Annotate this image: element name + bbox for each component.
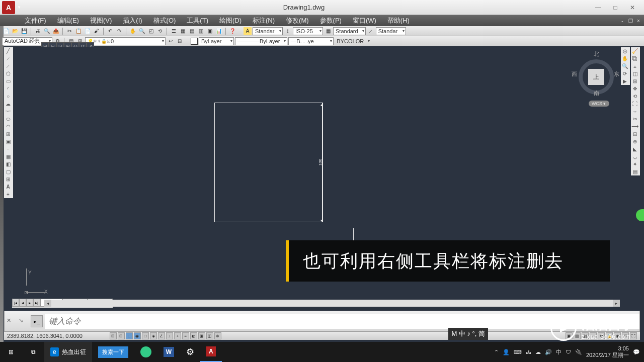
point-icon[interactable]: ·: [4, 145, 12, 153]
autocad-task-icon[interactable]: A: [200, 342, 222, 362]
join-icon[interactable]: ⊕: [631, 138, 639, 145]
ellipse-icon[interactable]: ⬭: [4, 115, 12, 123]
textstyle-dropdown[interactable]: Standar: [253, 27, 283, 35]
tray-power-icon[interactable]: 🔌: [575, 349, 582, 355]
undo-icon[interactable]: ↶: [106, 27, 114, 35]
menu-view[interactable]: 视图(V): [85, 15, 117, 27]
offset-icon[interactable]: ◫: [631, 70, 639, 77]
tpy-toggle[interactable]: ◐: [190, 332, 197, 339]
lineweight-dropdown[interactable]: — B. . .ye: [288, 37, 334, 45]
move-icon[interactable]: ✥: [631, 85, 639, 93]
close-button[interactable]: ✕: [625, 3, 640, 13]
otrack-toggle[interactable]: ∠: [158, 332, 165, 339]
calc-icon[interactable]: 📊: [215, 27, 223, 35]
copy-obj-icon[interactable]: ⿻: [631, 55, 639, 62]
dimstyle-icon[interactable]: ⟟: [284, 27, 292, 35]
osnap-toggle[interactable]: □: [142, 332, 149, 339]
drawing-rectangle[interactable]: [214, 103, 323, 222]
menu-parametric[interactable]: 参数(P): [314, 15, 347, 27]
scroll-left-icon[interactable]: ◂: [44, 300, 51, 307]
zoom-window-icon[interactable]: ◰: [147, 27, 155, 35]
mdi-minimize-icon[interactable]: -: [619, 17, 626, 24]
layer-dropdown[interactable]: 💡❄☀🔒⊡ 0: [85, 37, 166, 45]
layout-last-icon[interactable]: ▸|: [33, 299, 40, 307]
designcenter-icon[interactable]: ▦: [179, 27, 187, 35]
menu-insert[interactable]: 插入(I): [117, 15, 147, 27]
tray-onedrive-icon[interactable]: ☁: [535, 349, 541, 355]
tray-network-icon[interactable]: 🖧: [526, 349, 531, 355]
mlstyle-icon[interactable]: ⟋: [367, 27, 375, 35]
paste-icon[interactable]: 📄: [84, 27, 92, 35]
tray-ime-icon[interactable]: 中: [556, 348, 561, 356]
dyn-toggle[interactable]: +: [174, 332, 181, 339]
arc-icon[interactable]: ◜: [4, 85, 12, 93]
menu-tools[interactable]: 工具(T): [181, 15, 214, 27]
xline-icon[interactable]: ⟋: [4, 55, 12, 62]
3dosnap-toggle[interactable]: ◈: [150, 332, 157, 339]
sheet-icon[interactable]: ▥: [197, 27, 205, 35]
table-icon[interactable]: ⊞: [4, 175, 12, 183]
word-icon[interactable]: W: [157, 342, 180, 362]
textstyle-icon[interactable]: A: [244, 27, 252, 35]
gradient-icon[interactable]: ◧: [4, 160, 12, 168]
menu-help[interactable]: 帮助(H): [382, 15, 415, 27]
chrome-icon[interactable]: [134, 342, 157, 362]
scroll-right-icon[interactable]: ▸: [613, 300, 620, 307]
sc-toggle[interactable]: ◫: [206, 332, 213, 339]
menu-file[interactable]: 文件(F): [19, 15, 52, 27]
stretch-icon[interactable]: ↔: [631, 108, 639, 115]
menu-window[interactable]: 窗口(W): [347, 15, 382, 27]
trim-icon[interactable]: ✂: [631, 115, 639, 123]
save-icon[interactable]: 💾: [20, 27, 28, 35]
rectangle-icon[interactable]: ▭: [4, 77, 12, 85]
break-icon[interactable]: ⊟: [631, 130, 639, 138]
qp-toggle[interactable]: ▣: [198, 332, 205, 339]
open-icon[interactable]: 📂: [11, 27, 19, 35]
tray-people-icon[interactable]: 👤: [503, 349, 510, 355]
viewcube-wcs[interactable]: WCS ▾: [589, 101, 609, 107]
tray-time[interactable]: 3:05: [586, 345, 629, 351]
chamfer-icon[interactable]: ◣: [631, 145, 639, 153]
pline-icon[interactable]: ⟋: [4, 62, 12, 70]
mtext-icon[interactable]: A: [4, 183, 12, 191]
insert-icon[interactable]: ⊞: [4, 130, 12, 138]
tablestyle-dropdown[interactable]: Standard: [333, 27, 366, 35]
mdi-restore-icon[interactable]: ❐: [627, 17, 634, 24]
dimension-value[interactable]: 100: [318, 159, 323, 165]
properties-icon[interactable]: ☰: [170, 27, 178, 35]
layout-prev-icon[interactable]: ◂: [19, 299, 26, 307]
viewcube[interactable]: 上 北 南 东 西 WCS ▾: [574, 50, 619, 106]
print-icon[interactable]: 🖨: [34, 27, 42, 35]
nav-pan-icon[interactable]: ✋: [621, 55, 629, 62]
cmd-close-icon[interactable]: ✕: [7, 317, 15, 325]
draworder-icon[interactable]: ▤: [631, 168, 639, 175]
menu-dimension[interactable]: 标注(N): [247, 15, 280, 27]
viewcube-face[interactable]: 上: [588, 69, 604, 85]
polygon-icon[interactable]: ⬠: [4, 70, 12, 77]
nav-showmotion-icon[interactable]: ▶: [621, 77, 629, 85]
layer-match-icon[interactable]: ⊟: [176, 37, 184, 45]
horizontal-scrollbar[interactable]: ◂ ▸: [44, 300, 620, 307]
ellipsearc-icon[interactable]: ◠: [4, 123, 12, 130]
line-icon[interactable]: ╱: [4, 47, 12, 55]
lwt-toggle[interactable]: ≡: [182, 332, 189, 339]
search-button[interactable]: 搜索一下: [92, 342, 134, 362]
snap-toggle[interactable]: ⊞: [110, 332, 117, 339]
viewcube-west[interactable]: 西: [572, 70, 577, 78]
edge-browser[interactable]: e 热血出征: [44, 342, 92, 362]
menu-draw[interactable]: 绘图(D): [214, 15, 247, 27]
array-icon[interactable]: ⊞: [631, 77, 639, 85]
coordinates-display[interactable]: 2389.8182, 1606.3041, 0.0000: [7, 333, 83, 339]
block-icon[interactable]: ▣: [4, 138, 12, 145]
mdi-close-icon[interactable]: ×: [635, 17, 642, 24]
ortho-toggle[interactable]: ∟: [126, 332, 133, 339]
polar-toggle[interactable]: ◉: [134, 332, 141, 339]
tablestyle-icon[interactable]: ▦: [324, 27, 332, 35]
revcloud-icon[interactable]: ☁: [4, 100, 12, 108]
circle-icon[interactable]: ○: [4, 93, 12, 100]
preview-icon[interactable]: 🔍: [43, 27, 51, 35]
publish-icon[interactable]: 📤: [52, 27, 60, 35]
spline-icon[interactable]: 〰: [4, 108, 12, 115]
zoom-icon[interactable]: 🔍: [138, 27, 146, 35]
tray-volume-icon[interactable]: 🔊: [545, 349, 552, 355]
